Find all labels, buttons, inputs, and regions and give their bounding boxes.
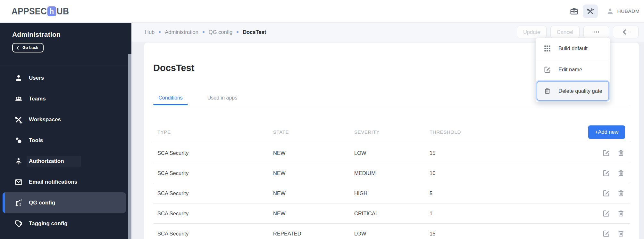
edit-row-button[interactable] xyxy=(602,149,610,157)
sidebar-item-label: Tagging config xyxy=(29,220,68,227)
row-actions xyxy=(583,209,625,218)
edit-row-button[interactable] xyxy=(602,189,610,197)
delete-row-button[interactable] xyxy=(617,169,625,177)
breadcrumb-item-qg-config[interactable]: QG config xyxy=(209,29,232,35)
row-actions xyxy=(583,149,625,157)
table-row: SCA SecurityREPEATEDLOW15 xyxy=(153,224,630,239)
arrow-left-icon xyxy=(622,28,630,36)
back-button[interactable] xyxy=(613,26,639,38)
cell-severity: HIGH xyxy=(354,190,430,196)
cell-type: SCA Security xyxy=(157,150,273,156)
cell-threshold: 15 xyxy=(430,150,583,156)
menu-item-label: Build default xyxy=(558,45,588,52)
sidebar-header: Administration Go back xyxy=(0,22,131,52)
breadcrumb-item-hub[interactable]: Hub xyxy=(145,29,155,35)
user-name: HUBADM xyxy=(617,8,640,14)
cell-threshold: 15 xyxy=(430,231,583,237)
sidebar-item-tagging-config[interactable]: Tagging config xyxy=(0,213,131,234)
cell-type: SCA Security xyxy=(157,211,273,217)
delete-row-button[interactable] xyxy=(617,209,625,218)
sidebar-item-label: Teams xyxy=(29,96,46,102)
dot-separator-icon xyxy=(203,31,205,33)
delete-row-button[interactable] xyxy=(617,149,625,157)
cancel-button[interactable]: Cancel xyxy=(550,26,580,38)
sidebar-scrollbar[interactable] xyxy=(128,54,131,239)
menu-item-label: Edit name xyxy=(558,67,582,73)
row-actions xyxy=(583,169,625,177)
cell-type: SCA Security xyxy=(157,170,273,176)
sidebar-item-qg-config[interactable]: QG config xyxy=(3,192,126,213)
logo-text-prefix: APPSEC xyxy=(12,6,47,17)
update-button[interactable]: Update xyxy=(517,26,547,38)
sidebar-nav: UsersTeamsWorkspacesToolsAuthorizationEm… xyxy=(0,68,131,234)
row-actions xyxy=(583,229,625,238)
teams-icon xyxy=(14,95,23,103)
go-back-button[interactable]: Go back xyxy=(12,43,44,52)
table-row: SCA SecurityNEWHIGH5 xyxy=(153,183,630,203)
more-actions-menu: Build defaultEdit nameDelete quality gat… xyxy=(536,38,610,102)
breadcrumb-current: DocsTest xyxy=(243,29,266,35)
sidebar-item-authorization[interactable]: Authorization xyxy=(0,151,131,171)
column-header-type: TYPE xyxy=(157,129,273,135)
briefcase-icon[interactable] xyxy=(569,6,579,16)
sidebar-item-workspaces[interactable]: Workspaces xyxy=(0,109,131,130)
boom-gate-icon xyxy=(14,199,23,207)
breadcrumb: HubAdministrationQG configDocsTest xyxy=(145,29,266,35)
breadcrumb-item-administration[interactable]: Administration xyxy=(165,29,198,35)
more-actions-button[interactable] xyxy=(583,26,609,38)
sidebar: Administration Go back UsersTeamsWorkspa… xyxy=(0,22,131,239)
person-icon xyxy=(606,7,614,15)
sidebar-item-tools[interactable]: Tools xyxy=(0,130,131,151)
ellipsis-icon xyxy=(592,28,600,36)
edit-row-button[interactable] xyxy=(602,229,610,238)
cell-threshold: 5 xyxy=(430,190,583,196)
user-menu[interactable]: HUBADM xyxy=(606,7,640,15)
cell-state: NEW xyxy=(273,190,354,196)
cell-severity: MEDIUM xyxy=(354,170,430,176)
sidebar-item-teams[interactable]: Teams xyxy=(0,88,131,109)
tools-icon xyxy=(586,7,595,16)
menu-separator xyxy=(536,80,610,80)
tab-conditions[interactable]: Conditions xyxy=(153,91,188,105)
sidebar-item-label: Authorization xyxy=(29,158,79,164)
gears-icon xyxy=(14,136,23,145)
sidebar-item-users[interactable]: Users xyxy=(0,68,131,88)
column-header-state: STATE xyxy=(273,129,354,135)
menu-item-build-default[interactable]: Build default xyxy=(536,38,610,59)
tag-icon xyxy=(14,219,23,228)
user-icon xyxy=(14,74,23,82)
cell-severity: CRITICAL xyxy=(354,211,430,217)
trash-icon xyxy=(543,87,551,95)
grid-icon xyxy=(543,44,551,52)
app-logo[interactable]: APPSEC h UB xyxy=(12,6,69,17)
cell-severity: LOW xyxy=(354,231,430,237)
delete-row-button[interactable] xyxy=(617,189,625,197)
tools-button[interactable] xyxy=(583,4,598,18)
cell-threshold: 10 xyxy=(430,170,583,176)
table-body: SCA SecurityNEWLOW15SCA SecurityNEWMEDIU… xyxy=(153,143,630,239)
topbar-right: HUBADM xyxy=(569,4,640,18)
column-header-threshold: THRESHOLD xyxy=(430,129,583,135)
add-new-button[interactable]: +Add new xyxy=(588,125,625,139)
cell-type: SCA Security xyxy=(157,190,273,196)
header-actions: Update Cancel xyxy=(517,26,639,38)
column-header-severity: SEVERITY xyxy=(354,129,430,135)
menu-item-edit-name[interactable]: Edit name xyxy=(536,59,610,80)
chevron-left-icon xyxy=(16,46,20,50)
sidebar-item-label: Tools xyxy=(29,137,43,144)
tab-used-in-apps[interactable]: Used in apps xyxy=(197,91,247,105)
workspaces-icon xyxy=(14,116,23,124)
menu-item-label: Delete quality gate xyxy=(558,88,602,94)
sidebar-item-email-notifications[interactable]: Email notifications xyxy=(0,171,131,192)
authorization-icon xyxy=(14,157,23,165)
menu-item-delete-quality-gate[interactable]: Delete quality gate xyxy=(537,82,608,100)
edit-icon xyxy=(543,66,551,74)
edit-row-button[interactable] xyxy=(602,209,610,218)
cell-state: NEW xyxy=(273,170,354,176)
sidebar-item-label: Workspaces xyxy=(29,116,61,123)
cell-severity: LOW xyxy=(354,150,430,156)
edit-row-button[interactable] xyxy=(602,169,610,177)
delete-row-button[interactable] xyxy=(617,229,625,238)
sidebar-item-label: Users xyxy=(29,75,44,81)
table-row: SCA SecurityNEWCRITICAL1 xyxy=(153,203,630,224)
